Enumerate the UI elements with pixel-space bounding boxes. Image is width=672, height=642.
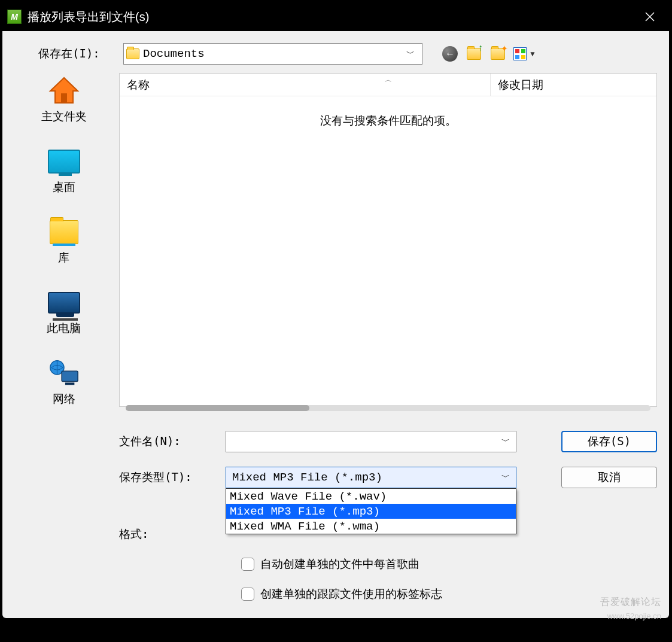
column-date[interactable]: 修改日期 [491,77,656,93]
watermark-url: www.52pojie.cn [607,611,661,620]
sidebar-item-thispc[interactable]: 此电脑 [14,288,113,336]
createtags-label: 创建单独的跟踪文件使用的标签标志 [260,586,442,602]
savetype-option[interactable]: Mixed MP3 File (*.mp3) [226,504,516,519]
svg-rect-5 [62,371,78,381]
views-icon [513,47,527,60]
back-button[interactable]: ← [442,45,458,62]
disk-space-label: 估计所需硬盘空间: 7MB [119,621,657,637]
close-button[interactable] [635,2,664,31]
horizontal-scrollbar[interactable] [126,405,650,411]
sidebar-item-label: 库 [58,250,69,266]
save-dialog: M 播放列表导出到文件(s) 保存在(I): Documents ﹀ ← [2,2,669,618]
sidebar-item-home[interactable]: 主文件夹 [14,77,113,124]
filename-input[interactable]: ﹀ [226,431,516,452]
new-folder-icon [491,48,505,60]
save-in-row: 保存在(I): Documents ﹀ ← ▼ [38,43,657,65]
app-icon: M [7,10,22,24]
savetype-option[interactable]: Mixed Wave File (*.wav) [226,489,516,504]
savetype-value: Mixed MP3 File (*.mp3) [232,471,382,484]
chevron-down-icon: ﹀ [501,436,510,447]
places-sidebar: 主文件夹 桌面 库 此电脑 [14,73,113,407]
location-value: Documents [143,47,205,60]
close-icon [644,11,655,22]
this-pc-icon [48,288,80,317]
createtags-checkbox-row: 创建单独的跟踪文件使用的标签标志 [241,586,657,602]
svg-rect-3 [61,93,67,103]
cancel-button[interactable]: 取消 [561,467,657,488]
filename-label: 文件名(N): [119,434,215,449]
savetype-row: 保存类型(T): Mixed MP3 File (*.mp3) ﹀ Mixed … [119,467,657,488]
autocreate-checkbox[interactable] [241,558,254,571]
save-in-label: 保存在(I): [38,46,116,62]
save-button[interactable]: 保存(S) [561,431,657,452]
sidebar-item-label: 此电脑 [47,321,81,336]
folder-up-icon [467,48,481,60]
column-name[interactable]: 名称 [120,74,491,96]
svg-rect-6 [65,382,74,385]
folder-icon [126,48,139,59]
network-icon [48,359,80,388]
views-button[interactable]: ▼ [513,45,536,62]
sort-arrow-icon: ︿ [385,75,392,85]
empty-message: 没有与搜索条件匹配的项。 [120,96,656,129]
filename-row: 文件名(N): ﹀ 保存(S) [119,431,657,452]
sidebar-item-label: 主文件夹 [41,109,87,124]
savetype-option[interactable]: Mixed WMA File (*.wma) [226,519,516,534]
sidebar-item-library[interactable]: 库 [14,218,113,266]
watermark-text: 吾爱破解论坛 [600,596,661,608]
desktop-icon [48,147,80,176]
autocreate-label: 自动创建单独的文件中每首歌曲 [260,556,419,572]
sidebar-item-label: 网络 [53,391,75,407]
window-title: 播放列表导出到文件(s) [28,9,149,25]
location-combo[interactable]: Documents ﹀ [123,43,422,65]
toolbar: ← ▼ [442,45,536,62]
chevron-down-icon: ﹀ [501,472,510,483]
up-one-level-button[interactable] [466,45,482,62]
autocreate-checkbox-row: 自动创建单独的文件中每首歌曲 [241,556,657,572]
savetype-label: 保存类型(T): [119,470,215,485]
savetype-combo[interactable]: Mixed MP3 File (*.mp3) ﹀ Mixed Wave File… [226,467,516,488]
back-icon: ← [442,46,458,62]
file-list[interactable]: ︿ 名称 修改日期 没有与搜索条件匹配的项。 [119,73,657,407]
home-icon [48,77,80,105]
createtags-checkbox[interactable] [241,588,254,601]
sidebar-item-network[interactable]: 网络 [14,359,113,407]
sidebar-item-label: 桌面 [53,179,75,195]
chevron-down-icon: ▼ [529,50,536,58]
library-icon [48,218,80,247]
titlebar: M 播放列表导出到文件(s) [2,2,669,31]
sidebar-item-desktop[interactable]: 桌面 [14,147,113,195]
format-label: 格式: [119,527,215,542]
savetype-dropdown: Mixed Wave File (*.wav) Mixed MP3 File (… [226,488,516,534]
chevron-down-icon: ﹀ [406,48,419,59]
new-folder-button[interactable] [489,45,506,62]
